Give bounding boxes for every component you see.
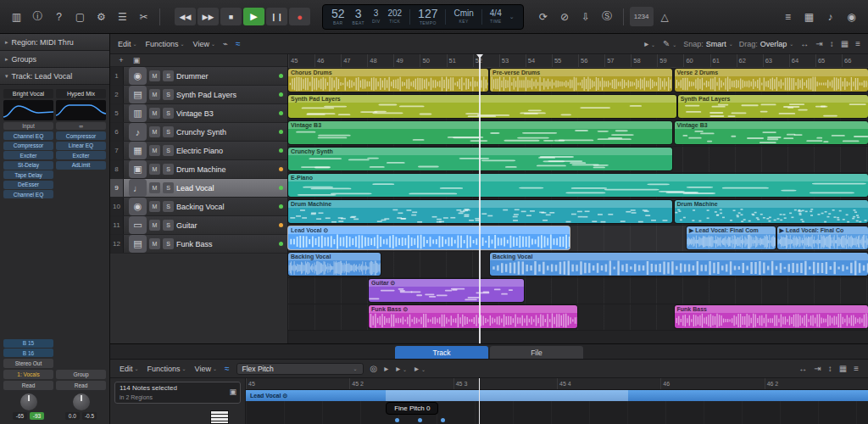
region-vintage-b3[interactable]: Vintage B3 xyxy=(288,121,672,144)
solo-button[interactable]: S xyxy=(163,70,174,81)
plugin-slot-tape-delay[interactable]: Tape Delay xyxy=(3,170,53,179)
editor-region-header[interactable]: Lead Vocal ⊙ xyxy=(246,390,868,401)
region-chorus-drums[interactable]: Chorus Drums xyxy=(288,69,488,92)
lane-synth-pad-layers[interactable]: Synth Pad LayersSynth Pad Layers xyxy=(288,94,868,120)
menu-functions[interactable]: Functions⌄ xyxy=(147,365,187,373)
autopunch-icon[interactable]: ⊘ xyxy=(555,7,575,26)
menu-edit[interactable]: Edit⌄ xyxy=(119,365,140,373)
mute-button[interactable]: M xyxy=(149,220,160,231)
replace-icon[interactable]: ⇩ xyxy=(576,7,596,26)
menu-functions[interactable]: Functions⌄ xyxy=(145,40,186,48)
sidebar-toggle-icon[interactable]: ▥ xyxy=(7,7,26,26)
lane-electric-piano[interactable]: E-Piano xyxy=(288,173,868,199)
plugin-slot-channel-eq[interactable]: Channel EQ xyxy=(3,131,53,140)
track-header-drummer[interactable]: 1◉MSDrummer xyxy=(110,67,287,86)
region-vintage-b3[interactable]: Vintage B3 xyxy=(675,121,868,144)
metronome-icon[interactable]: △ xyxy=(655,7,675,26)
send-slot-b-16[interactable]: B 16 xyxy=(3,349,53,357)
mute-button[interactable]: M xyxy=(149,70,160,81)
automation-mode-button[interactable]: Read xyxy=(3,381,53,390)
toolbar-icon[interactable]: ↔ xyxy=(798,364,808,373)
pitch-note-dot[interactable] xyxy=(418,418,422,422)
mute-button[interactable]: M xyxy=(149,182,160,193)
track-header-electric-piano[interactable]: 7▦MSElectric Piano xyxy=(110,142,287,160)
mute-button[interactable]: M xyxy=(149,145,160,156)
mixer-icon[interactable]: ☰ xyxy=(113,7,132,26)
region-backing-vocal[interactable]: Backing Vocal xyxy=(490,253,868,276)
flex-mode-select[interactable]: Flex Pitch ⌄ xyxy=(236,363,364,375)
region-pre-verse-drums[interactable]: Pre-verse Drums xyxy=(490,69,672,92)
stop-button[interactable]: ■ xyxy=(220,8,242,25)
lane-vintage-b3[interactable]: Vintage B3Vintage B3 xyxy=(288,120,868,147)
play-button[interactable]: ▶ xyxy=(243,8,264,25)
plugin-slot-deesser[interactable]: DeEsser xyxy=(3,181,53,189)
channel-strip-setting[interactable]: Bright Vocal xyxy=(3,89,53,98)
region-e-piano[interactable]: E-Piano xyxy=(288,174,868,197)
pan-knob[interactable] xyxy=(73,393,90,410)
menu-view[interactable]: View⌄ xyxy=(192,40,216,48)
region-lead-vocal-final-co[interactable]: ▶ Lead Vocal: Final Co xyxy=(777,226,868,249)
menu-edit[interactable]: Edit⌄ xyxy=(117,40,138,48)
flex-icon[interactable]: ≈ xyxy=(235,39,242,48)
solo-button[interactable]: S xyxy=(163,145,174,156)
solo-button[interactable]: S xyxy=(163,108,174,119)
solo-button[interactable]: S xyxy=(163,201,174,212)
track-header-drum-machine[interactable]: 8▣MSDrum Machine xyxy=(110,160,287,179)
track-header-lead-vocal[interactable]: 9♩MSLead Vocal xyxy=(110,179,287,198)
toolbar-icon[interactable]: ≡ xyxy=(854,39,861,48)
midi-in-icon[interactable]: ⌁ xyxy=(222,39,229,48)
track-header-backing-vocal[interactable]: 10◉MSBacking Vocal xyxy=(110,198,287,216)
cycle-icon[interactable]: ⟳ xyxy=(534,7,554,26)
region-funk-bass[interactable]: Funk Bass xyxy=(675,305,868,328)
track-inspector-header[interactable]: ▾ Track: Lead Vocal xyxy=(0,68,109,85)
toolbar-icon[interactable]: ⇥ xyxy=(813,364,821,373)
solo-button[interactable]: S xyxy=(163,164,174,175)
editor-notes-area[interactable]: Fine Pitch 0 xyxy=(246,401,868,424)
lcd-time-signature[interactable]: 4/4TIME xyxy=(490,9,502,24)
secondary-tool-button[interactable]: ▸ ⌄ xyxy=(414,364,426,373)
quick-help-icon[interactable]: ⓘ xyxy=(28,7,47,26)
plugin-slot-adlimit[interactable]: AdLimit xyxy=(56,161,106,170)
piano-keys[interactable] xyxy=(210,410,229,424)
pointer-tool-button[interactable]: ▸ ⌄ xyxy=(643,39,656,48)
tab-file[interactable]: File xyxy=(490,346,583,359)
region-verse-2-drums[interactable]: Verse 2 Drums xyxy=(675,69,868,92)
toolbar-icon[interactable]: ◎ xyxy=(370,364,379,373)
record-button[interactable]: ● xyxy=(289,8,310,25)
editor-playhead[interactable] xyxy=(479,378,480,424)
lane-backing-vocal[interactable]: Backing VocalBacking Vocal xyxy=(288,252,868,278)
region-box-icon[interactable]: ▣ xyxy=(229,387,236,397)
toolbar-icon[interactable]: ▦ xyxy=(840,39,849,48)
flex-icon[interactable]: ≈ xyxy=(224,364,231,373)
plugin-slot-compressor[interactable]: Compressor xyxy=(3,142,53,150)
editor-ruler[interactable]: 4545 245 345 44646 2 xyxy=(246,378,868,390)
send-slot-b-15[interactable]: B 15 xyxy=(3,339,53,348)
browsers-icon[interactable]: ▦ xyxy=(799,7,819,26)
groups-inspector-header[interactable]: ▸ Groups xyxy=(0,51,109,68)
input-slot[interactable]: Input xyxy=(3,122,53,130)
eq-thumbnail[interactable] xyxy=(3,100,53,120)
display-icon[interactable]: ▢ xyxy=(70,7,90,26)
volume-value[interactable]: 0.0 xyxy=(65,412,80,420)
region-backing-vocal[interactable]: Backing Vocal xyxy=(288,253,381,276)
pitch-note-dot[interactable] xyxy=(395,418,399,422)
toolbar-icon[interactable]: ↔ xyxy=(799,39,810,48)
output-slot[interactable]: Stereo Out xyxy=(3,359,53,368)
settings-icon[interactable]: ⚙ xyxy=(92,7,111,26)
solo-button[interactable]: S xyxy=(163,238,174,249)
toolbar-icon[interactable]: ↕ xyxy=(829,39,835,48)
mute-button[interactable]: M xyxy=(149,89,160,100)
region-synth-pad-layers[interactable]: Synth Pad Layers xyxy=(288,95,676,118)
menu-view[interactable]: View⌄ xyxy=(194,365,218,373)
lane-lead-vocal[interactable]: Lead Vocal ⊙▶ Lead Vocal: Final Com▶ Lea… xyxy=(288,226,868,252)
channel-strip-setting[interactable]: Hyped Mix xyxy=(56,89,106,98)
region-crunchy-synth[interactable]: Crunchy Synth xyxy=(288,148,672,170)
solo-button[interactable]: S xyxy=(163,182,174,193)
user-icon[interactable]: ◉ xyxy=(842,7,861,26)
solo-mode-icon[interactable]: Ⓢ xyxy=(598,7,617,26)
lcd-display[interactable]: 52BAR 3BEAT 3DIV 202TICK 127TEMPO CminKE… xyxy=(322,4,524,30)
pitch-note-dot[interactable] xyxy=(441,418,445,422)
plugin-slot-compressor[interactable]: Compressor xyxy=(56,131,106,140)
plugin-slot-linear-eq[interactable]: Linear EQ xyxy=(56,142,106,150)
region-inspector-header[interactable]: ▸ Region: MIDI Thru xyxy=(0,34,109,51)
